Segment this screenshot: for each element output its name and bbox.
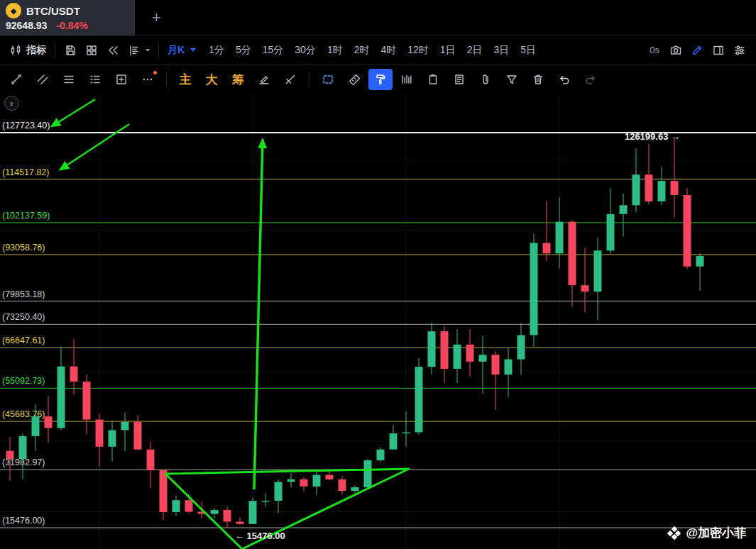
candle-body <box>96 420 104 447</box>
candle-body <box>505 360 513 375</box>
chart-grid <box>0 94 756 549</box>
large-view-button[interactable]: 大 <box>199 69 224 90</box>
candle-body <box>236 521 244 523</box>
candle-body <box>32 416 40 436</box>
undo-button[interactable] <box>552 69 576 90</box>
clipboard-tool-button[interactable] <box>421 69 445 90</box>
candle-body <box>492 355 500 375</box>
candle-body <box>147 450 155 470</box>
candle-body <box>645 174 653 201</box>
candle-body <box>479 355 487 362</box>
funnel-icon <box>505 73 518 86</box>
candle-body <box>300 479 308 487</box>
indicators-button[interactable]: 指标 <box>6 41 50 60</box>
candle-body <box>684 195 691 267</box>
candle-body <box>19 436 27 459</box>
attach-tool-button[interactable] <box>473 69 498 90</box>
indicators-icon <box>10 44 23 57</box>
patterns-tool-button[interactable] <box>83 69 107 90</box>
candle-body <box>402 433 410 434</box>
candle-body <box>454 345 461 369</box>
clipboard-icon <box>427 73 439 86</box>
collapse-panel-button[interactable]: › <box>4 96 19 111</box>
add-shape-button[interactable] <box>109 69 133 90</box>
annotate-tool-button[interactable] <box>252 69 276 90</box>
symbol-price: 92648.93 <box>6 20 47 31</box>
chevron-down-icon <box>146 49 150 52</box>
candle-body <box>6 451 14 459</box>
candle-body <box>185 500 193 511</box>
timeframe-button[interactable]: 1日 <box>434 41 461 60</box>
delete-drawings-button[interactable] <box>526 69 550 90</box>
panel-layout-button[interactable] <box>708 41 729 60</box>
undo-icon <box>558 73 571 86</box>
trendline-tool-button[interactable] <box>4 69 28 90</box>
timeframe-button[interactable]: 12时 <box>402 41 434 60</box>
timeframe-button[interactable]: 4时 <box>375 41 402 60</box>
more-tools-button[interactable] <box>136 69 160 90</box>
drawing-toolbar: 主 大 筹 <box>0 65 756 94</box>
volume-profile-button[interactable] <box>124 41 154 60</box>
candle-body <box>658 181 666 201</box>
divider <box>166 72 167 87</box>
brush-tool-button[interactable] <box>368 69 393 90</box>
filter-tool-button[interactable] <box>500 69 524 90</box>
binance-logo-icon: ◆ <box>6 3 21 18</box>
timeframe-button[interactable]: 5日 <box>515 41 542 60</box>
tab-strip: ◆ BTC/USDT 92648.93 -0.84% + <box>0 0 756 35</box>
candle-body <box>530 243 538 335</box>
candle-body <box>517 335 525 359</box>
divider <box>55 43 55 57</box>
timeframe-button[interactable]: 15分 <box>257 41 290 60</box>
timeframe-list: 1分5分15分30分1时2时4时12时1日2日3日5日 <box>203 41 542 60</box>
redo-button[interactable] <box>579 69 603 90</box>
cross-line-tool-button[interactable] <box>278 69 302 90</box>
new-tab-button[interactable]: + <box>148 0 165 35</box>
select-tool-button[interactable] <box>316 69 340 90</box>
bar-pattern-tool-button[interactable] <box>395 69 419 90</box>
candle-body <box>160 470 168 512</box>
ruler-tool-button[interactable] <box>342 69 366 90</box>
channel-tool-button[interactable] <box>31 69 55 90</box>
channel-icon <box>36 73 49 86</box>
price-level-label: (127723.40) <box>2 121 50 131</box>
main-chart-button[interactable]: 主 <box>173 69 197 90</box>
candle-body <box>556 222 564 254</box>
candle-body <box>313 475 321 487</box>
candle-body <box>224 510 231 521</box>
replay-button[interactable] <box>102 41 124 60</box>
timeframe-button[interactable]: 2时 <box>349 41 376 60</box>
candle-body <box>109 430 116 446</box>
camera-button[interactable] <box>665 41 686 60</box>
symbol-change: -0.84% <box>56 20 87 31</box>
candle-body <box>351 487 359 491</box>
timeframe-button[interactable]: 3日 <box>488 41 515 60</box>
sliders-icon <box>733 44 746 57</box>
chips-button[interactable]: 筹 <box>226 69 250 90</box>
timeframe-button[interactable]: 2日 <box>461 41 488 60</box>
multi-chart-button[interactable] <box>81 41 102 60</box>
timeframe-button[interactable]: 30分 <box>289 41 322 60</box>
price-level-label: (79853.18) <box>2 289 45 299</box>
timeframe-button[interactable]: 5分 <box>230 41 257 60</box>
interval-button[interactable]: 月K <box>163 41 200 60</box>
symbol-tab[interactable]: ◆ BTC/USDT 92648.93 -0.84% <box>0 0 135 35</box>
candle-body <box>364 460 372 487</box>
pencil-icon <box>691 44 703 57</box>
more-dots-icon <box>141 73 154 86</box>
interval-label: 月K <box>168 44 185 57</box>
volume-profile-icon <box>128 44 141 57</box>
candle-body <box>211 510 219 514</box>
chart-settings-button[interactable] <box>729 41 750 60</box>
candle-body <box>390 433 398 450</box>
layout-save-button[interactable] <box>60 41 81 60</box>
timeframe-button[interactable]: 1时 <box>322 41 349 60</box>
fib-tool-button[interactable] <box>57 69 81 90</box>
timeframe-button[interactable]: 1分 <box>203 41 230 60</box>
replay-timer: 0s <box>650 45 659 55</box>
draw-mode-button[interactable] <box>686 41 708 60</box>
price-levels: (127723.40)(114517.82)(102137.59)(93058.… <box>0 121 756 528</box>
candle-body <box>326 475 334 479</box>
low-price-label: ← 15476.00 <box>235 531 285 541</box>
notes-tool-button[interactable] <box>447 69 471 90</box>
